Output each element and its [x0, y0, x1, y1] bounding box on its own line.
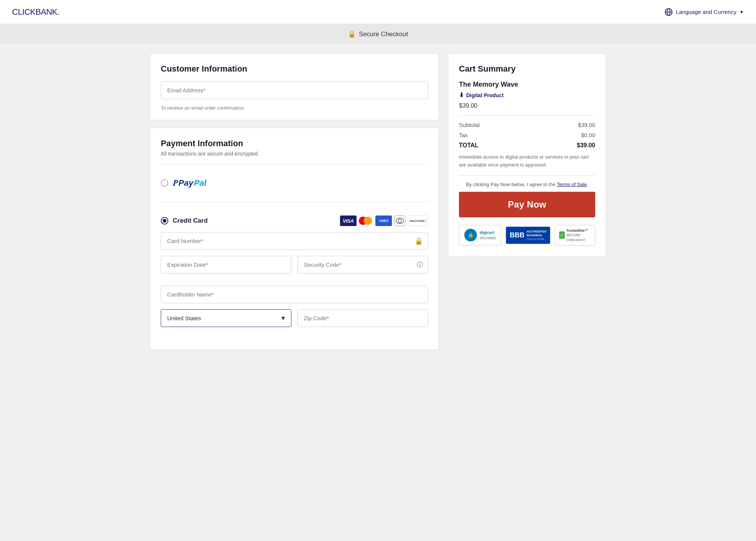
- paypal-logo-p: 𝑃: [173, 178, 178, 188]
- terms-of-sale-link[interactable]: Terms of Sale: [557, 182, 587, 187]
- bbb-icon: BBB: [510, 231, 524, 239]
- payment-info-title: Payment Information: [161, 139, 428, 148]
- total-row: TOTAL $39.00: [459, 142, 595, 149]
- terms-prefix: By clicking Pay Now below, I agree to th…: [466, 182, 557, 187]
- credit-card-label: Credit Card: [173, 217, 208, 225]
- svg-text:🔒: 🔒: [468, 232, 474, 238]
- credit-card-left: Credit Card: [161, 217, 208, 225]
- subtotal-label: Subtotal: [459, 122, 480, 128]
- access-note: Immediate access to digital products or …: [459, 153, 595, 169]
- trustedsite-check-icon: ✓: [559, 231, 565, 239]
- tax-label: Tax: [459, 132, 468, 138]
- paypal-radio[interactable]: [161, 179, 168, 187]
- card-lock-icon: 🔒: [415, 237, 423, 245]
- subtotal-row: Subtotal $39.00: [459, 122, 595, 128]
- total-label: TOTAL: [459, 142, 479, 149]
- card-brand-icons: VISA AMEX: [340, 215, 428, 226]
- secure-checkout-banner: 🔒 Secure Checkout: [0, 24, 756, 44]
- trustedsite-badge[interactable]: ✓ TrustedSite™ SECURE CHECKOUT: [555, 225, 595, 246]
- zip-code-input[interactable]: [297, 309, 428, 327]
- logo-dot: .: [57, 7, 59, 17]
- cardholder-name-wrap: [161, 286, 428, 303]
- subtotal-value: $39.00: [578, 122, 595, 128]
- customer-info-title: Customer Information: [161, 64, 428, 74]
- left-column: Customer Information To receive an email…: [150, 53, 439, 358]
- payment-info-section: Payment Information All transactions are…: [150, 128, 439, 350]
- paypal-option[interactable]: 𝑃 PayPal: [161, 172, 428, 194]
- pay-now-button[interactable]: Pay Now: [459, 192, 595, 217]
- download-icon: ⬇: [459, 92, 464, 99]
- lock-icon: 🔒: [348, 30, 356, 38]
- amex-icon: AMEX: [375, 215, 392, 226]
- trust-badges: 🔒 digicert SECURED BBB ACCREDITED BUSINE…: [459, 225, 595, 246]
- globe-icon: [665, 8, 673, 16]
- product-price: $39.00: [459, 102, 595, 109]
- paypal-logo-pal: Pal: [194, 178, 206, 188]
- country-wrap: United States Canada United Kingdom ▼: [161, 309, 291, 327]
- paypal-logo-full: Pay: [178, 178, 193, 188]
- divider-1: [161, 164, 428, 165]
- tax-row: Tax $0.00: [459, 132, 595, 138]
- country-select[interactable]: United States Canada United Kingdom: [161, 309, 291, 327]
- secure-checkout-label: Secure Checkout: [359, 31, 408, 38]
- total-value: $39.00: [577, 142, 595, 149]
- card-number-input[interactable]: [161, 232, 428, 250]
- digicert-badge[interactable]: 🔒 digicert SECURED: [459, 225, 501, 245]
- cart-summary-title: Cart Summary: [459, 64, 595, 74]
- digicert-text: digicert SECURED: [480, 230, 496, 240]
- credit-card-option[interactable]: Credit Card VISA AMEX: [161, 209, 428, 232]
- info-circle-icon: ⓘ: [417, 261, 423, 269]
- terms-row: By clicking Pay Now below, I agree to th…: [459, 182, 595, 187]
- payment-subtitle: All transactions are secure and encrypte…: [161, 151, 428, 157]
- security-code-input[interactable]: [297, 256, 428, 274]
- country-zip-row: United States Canada United Kingdom ▼: [161, 309, 428, 333]
- security-code-wrap: ⓘ: [297, 256, 428, 274]
- paypal-logo: 𝑃 PayPal: [173, 178, 206, 188]
- trustedsite-text: TrustedSite™ SECURE CHECKOUT: [566, 228, 591, 243]
- logo-click: CLICK: [12, 7, 35, 17]
- main-content: Customer Information To receive an email…: [141, 53, 615, 358]
- right-column: Cart Summary The Memory Wave ⬇ Digital P…: [448, 53, 606, 257]
- card-number-wrap: 🔒: [161, 232, 428, 250]
- bbb-badge[interactable]: BBB ACCREDITED BUSINESS Click for Profil…: [506, 226, 550, 245]
- zip-code-wrap: [297, 309, 428, 327]
- clickbank-logo[interactable]: CLICKBANK.: [12, 7, 59, 17]
- header: CLICKBANK. Language and Currency ▼: [0, 0, 756, 24]
- bbb-text: ACCREDITED BUSINESS Click for Profile: [527, 230, 546, 241]
- visa-icon: VISA: [340, 215, 357, 226]
- lang-currency-label: Language and Currency: [676, 9, 736, 15]
- digital-product-label: Digital Product: [466, 92, 504, 98]
- email-field-wrap: [161, 81, 428, 99]
- terms-period: .: [587, 182, 588, 187]
- credit-card-radio[interactable]: [161, 217, 168, 225]
- cardholder-name-input[interactable]: [161, 286, 428, 303]
- language-currency-button[interactable]: Language and Currency ▼: [665, 8, 744, 16]
- email-input[interactable]: [161, 81, 428, 99]
- expiry-wrap: [161, 256, 291, 274]
- cart-divider-1: [459, 115, 595, 116]
- mastercard-icon: [359, 216, 373, 226]
- tax-value: $0.00: [581, 132, 595, 138]
- digicert-icon: 🔒: [464, 228, 477, 242]
- diners-icon: [394, 215, 405, 226]
- cart-divider-2: [459, 175, 595, 176]
- expiry-input[interactable]: [161, 256, 291, 274]
- logo-bank: BANK: [35, 7, 57, 17]
- product-name: The Memory Wave: [459, 81, 595, 89]
- cart-summary-card: Cart Summary The Memory Wave ⬇ Digital P…: [448, 53, 606, 257]
- email-hint: To receive an email order confirmation.: [161, 105, 428, 111]
- customer-info-section: Customer Information To receive an email…: [150, 53, 439, 120]
- chevron-down-icon: ▼: [739, 9, 744, 15]
- expiry-security-row: ⓘ: [161, 256, 428, 280]
- mc-right-circle: [364, 217, 372, 225]
- digital-product-badge: ⬇ Digital Product: [459, 92, 595, 99]
- divider-2: [161, 202, 428, 202]
- discover-icon: DISCOVER: [408, 215, 428, 226]
